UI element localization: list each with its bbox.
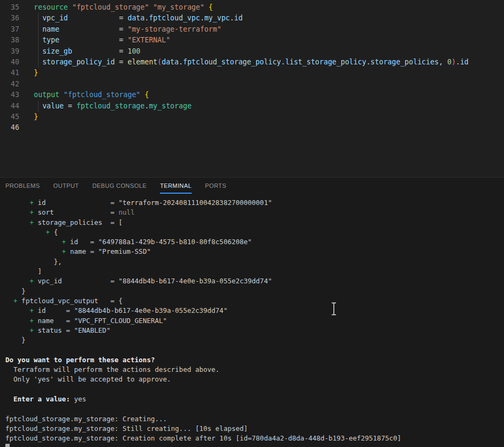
code-token <box>5 238 62 246</box>
code-token <box>34 25 42 33</box>
code-token: list_storage_policy <box>286 58 367 66</box>
code-line-text: } <box>34 68 38 78</box>
terminal-cursor-line <box>5 443 504 447</box>
line-number: 39 <box>0 46 19 57</box>
terminal-line: fptcloud_storage.my_storage: Still creat… <box>5 424 504 434</box>
code-token: output <box>34 91 60 99</box>
code-line-text: vpc_id = data.fptcloud_vpc.my_vpc.id <box>34 13 243 24</box>
code-token <box>34 14 42 22</box>
code-token: vpc_id = "8844db4b-b617-4e0e-b39a-055e2c… <box>34 277 272 285</box>
code-line-text: } <box>34 112 38 122</box>
code-token: Enter a value: <box>13 395 70 403</box>
terminal-line: }, <box>5 257 504 267</box>
code-token: }, <box>5 258 62 266</box>
code-token: name = "VPC_FPT_CLOUD_GENERAL" <box>34 317 167 325</box>
code-token: , <box>439 58 447 66</box>
editor-line: 39 size_gb = 100 <box>0 46 504 57</box>
code-token <box>204 3 209 11</box>
vscode-window: { "colors": { "editor_background": "#1f1… <box>0 0 504 447</box>
code-token: { <box>144 91 149 99</box>
code-token: resource <box>34 3 68 11</box>
code-token <box>5 317 30 325</box>
code-token: = <box>60 25 128 33</box>
code-line-text: value = fptcloud_storage.my_storage <box>34 101 192 112</box>
code-token: + <box>30 199 34 207</box>
terminal-line: + id = "8844db4b-b617-4e0e-b39a-055e2c39… <box>5 306 504 316</box>
code-token: yes <box>70 395 86 403</box>
editor-line: 45} <box>0 112 504 122</box>
terminal-cursor <box>5 444 10 447</box>
editor-line: 42 <box>0 79 504 90</box>
tab-terminal[interactable]: TERMINAL <box>160 178 192 194</box>
terminal-line: Only 'yes' will be accepted to approve. <box>5 375 504 384</box>
code-editor[interactable]: 35resource "fptcloud_storage" "my_storag… <box>0 0 504 177</box>
code-token: + <box>30 208 34 216</box>
terminal-line <box>5 385 504 394</box>
line-number: 42 <box>0 79 19 90</box>
code-token: + <box>30 218 34 226</box>
code-token: id = "649788a1-429b-4575-b810-80f8c50620… <box>66 238 252 246</box>
tab-output[interactable]: OUTPUT <box>53 178 79 194</box>
editor-line: 38 type = "EXTERNAL" <box>0 35 504 46</box>
code-token: = <box>68 14 128 22</box>
terminal-line: } <box>5 287 504 296</box>
code-token: . <box>456 58 460 66</box>
terminal-line: + vpc_id = "8844db4b-b617-4e0e-b39a-055e… <box>5 276 504 286</box>
editor-lines: 35resource "fptcloud_storage" "my_storag… <box>0 2 504 134</box>
code-token: my_vpc <box>204 14 230 22</box>
editor-line: 41} <box>0 68 504 78</box>
line-number: 37 <box>0 24 19 35</box>
code-token: "my-storage-terraform" <box>128 25 222 33</box>
tab-problems[interactable]: PROBLEMS <box>5 178 40 194</box>
code-line-text: type = "EXTERNAL" <box>34 35 170 46</box>
code-token: } <box>34 113 38 121</box>
code-token: Do you want to perform these actions? <box>5 356 155 364</box>
code-token: fptcloud_storage.my_storage: Still creat… <box>5 424 248 433</box>
code-token <box>5 395 13 403</box>
terminal-line: + name = "VPC_FPT_CLOUD_GENERAL" <box>5 316 504 326</box>
code-token: storage_policies = [ <box>34 218 123 226</box>
line-number: 43 <box>0 90 19 100</box>
code-token: "fptcloud_storage" <box>72 3 149 11</box>
code-token: ] <box>5 267 42 275</box>
code-token: = <box>72 47 127 55</box>
line-number: 36 <box>0 13 19 24</box>
code-token: } <box>34 69 38 77</box>
code-token <box>5 199 30 207</box>
terminal-line: fptcloud_storage.my_storage: Creating... <box>5 414 504 424</box>
code-token: fptcloud_storage_policy <box>183 58 281 66</box>
terminal-line: Do you want to perform these actions? <box>5 355 504 365</box>
code-token: + <box>13 297 18 305</box>
code-token: fptcloud_storage <box>76 102 144 110</box>
bottom-panel: PROBLEMSOUTPUTDEBUG CONSOLETERMINALPORTS… <box>0 177 504 447</box>
editor-line: 44 value = fptcloud_storage.my_storage <box>0 101 504 112</box>
code-token: = <box>64 102 77 110</box>
tab-debug-console[interactable]: DEBUG CONSOLE <box>92 178 147 194</box>
line-number: 38 <box>0 35 19 46</box>
code-token: storage_policy_id <box>42 58 115 66</box>
code-token: data <box>162 58 179 66</box>
code-token: = <box>60 36 128 44</box>
code-token <box>60 91 64 99</box>
line-number: 44 <box>0 101 19 112</box>
terminal-line: + { <box>5 228 504 237</box>
code-line-text: output "fptcloud_storage" { <box>34 90 149 100</box>
code-token <box>5 277 30 285</box>
code-token: + <box>30 326 34 334</box>
code-token: type <box>42 36 60 44</box>
code-token: fptcloud_storage.my_storage: Creating... <box>5 415 167 423</box>
code-token: sort = <box>34 208 119 216</box>
terminal-output[interactable]: + id = "terraform-2024081110042838270000… <box>0 194 504 447</box>
code-token <box>34 36 42 44</box>
code-token: storage_policies <box>370 58 439 66</box>
code-line-text: size_gb = 100 <box>34 46 141 57</box>
terminal-line: + status = "ENABLED" <box>5 326 504 335</box>
line-number: 41 <box>0 68 19 78</box>
code-token: data <box>128 14 145 22</box>
editor-line: 36 vpc_id = data.fptcloud_vpc.my_vpc.id <box>0 13 504 24</box>
tab-ports[interactable]: PORTS <box>205 178 227 194</box>
terminal-line: Terraform will perform the actions descr… <box>5 365 504 375</box>
code-token: "my_storage" <box>153 3 204 11</box>
editor-line: 37 name = "my-storage-terraform" <box>0 24 504 35</box>
code-token: ) <box>451 58 456 66</box>
